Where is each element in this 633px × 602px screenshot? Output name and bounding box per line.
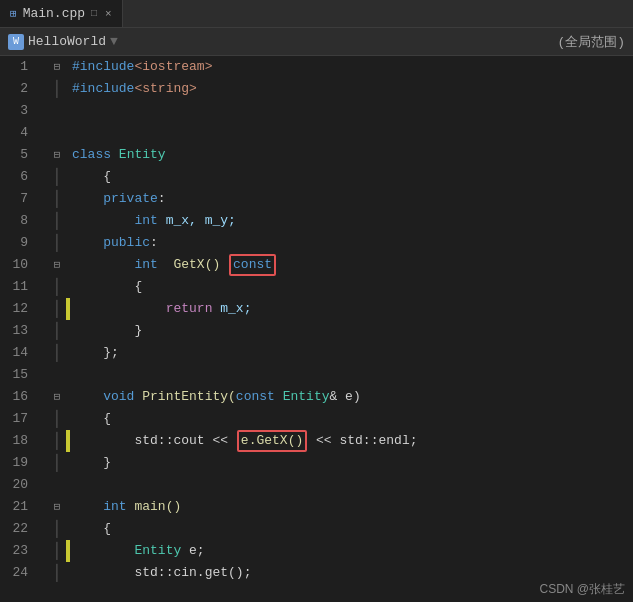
code-line-5: ⊟class Entity <box>48 144 633 166</box>
token: ::cin.get(); <box>158 562 252 584</box>
fold-indicator-16: ⊟ <box>48 386 66 408</box>
token: ::cout << <box>158 430 236 452</box>
code-line-20 <box>48 474 633 496</box>
token: std <box>134 562 157 584</box>
line-number-13: 13 <box>0 320 36 342</box>
highlighted-token: e.GetX() <box>237 430 307 452</box>
tab-pin[interactable]: □ <box>91 8 97 19</box>
line-number-6: 6 <box>0 166 36 188</box>
token <box>158 254 174 276</box>
fold-indicator-14: │ <box>48 342 66 364</box>
line-number-7: 7 <box>0 188 36 210</box>
line-number-1: 1 <box>0 56 36 78</box>
line-number-17: 17 <box>0 408 36 430</box>
breadcrumb-left: W HelloWorld ▼ <box>8 34 118 50</box>
code-line-23: │ Entity e; <box>48 540 633 562</box>
line-number-4: 4 <box>0 122 36 144</box>
line-number-11: 11 <box>0 276 36 298</box>
fold-indicator-8: │ <box>48 210 66 232</box>
code-content[interactable]: ⊟#include<iostream>│#include<string>⊟cla… <box>44 56 633 602</box>
token <box>72 298 166 320</box>
tab-bar: ⊞ Main.cpp □ × <box>0 0 633 28</box>
line-numbers: 123456789101112131415161718192021222324 <box>0 56 44 602</box>
gutter-line-23 <box>66 540 70 562</box>
tab-icon: ⊞ <box>10 7 17 20</box>
token: <string> <box>134 78 196 100</box>
token <box>72 562 134 584</box>
breadcrumb-sep: ▼ <box>110 34 118 49</box>
breadcrumb-scope: (全局范围) <box>557 33 625 51</box>
token: m_x; <box>212 298 251 320</box>
code-line-15 <box>48 364 633 386</box>
fold-indicator-1: ⊟ <box>48 56 66 78</box>
token <box>72 254 134 276</box>
line-number-10: 10 <box>0 254 36 276</box>
code-line-18: │ std::cout << e.GetX() << std::endl; <box>48 430 633 452</box>
code-line-4 <box>48 122 633 144</box>
project-name: HelloWorld <box>28 34 106 49</box>
fold-indicator-11: │ <box>48 276 66 298</box>
token: { <box>72 276 142 298</box>
token: : <box>158 188 166 210</box>
line-number-9: 9 <box>0 232 36 254</box>
code-line-12: │ return m_x; <box>48 298 633 320</box>
code-line-11: │ { <box>48 276 633 298</box>
code-line-19: │ } <box>48 452 633 474</box>
code-line-17: │ { <box>48 408 633 430</box>
fold-indicator-23: │ <box>48 540 66 562</box>
fold-indicator-21: ⊟ <box>48 496 66 518</box>
token: }; <box>72 342 119 364</box>
token: e; <box>181 540 204 562</box>
token: { <box>72 408 111 430</box>
code-line-2: │#include<string> <box>48 78 633 100</box>
code-line-21: ⊟ int main() <box>48 496 633 518</box>
fold-indicator-10: ⊟ <box>48 254 66 276</box>
token: std <box>134 430 157 452</box>
code-line-7: │ private: <box>48 188 633 210</box>
code-line-13: │ } <box>48 320 633 342</box>
fold-indicator-6: │ <box>48 166 66 188</box>
line-number-23: 23 <box>0 540 36 562</box>
token: void <box>103 386 134 408</box>
token: { <box>72 166 111 188</box>
token: int <box>134 254 157 276</box>
token: Entity <box>119 144 166 166</box>
fold-indicator-24: │ <box>48 562 66 584</box>
fold-indicator-13: │ <box>48 320 66 342</box>
token <box>72 540 134 562</box>
token: int <box>103 496 126 518</box>
gutter-line-12 <box>66 298 70 320</box>
fold-indicator-19: │ <box>48 452 66 474</box>
token: } <box>72 320 142 342</box>
line-number-15: 15 <box>0 364 36 386</box>
token: GetX() <box>173 254 220 276</box>
tab-close[interactable]: × <box>105 8 112 20</box>
line-number-3: 3 <box>0 100 36 122</box>
token: int <box>134 210 157 232</box>
token: & e) <box>330 386 361 408</box>
code-line-6: │ { <box>48 166 633 188</box>
tab-filename: Main.cpp <box>23 6 85 21</box>
line-number-18: 18 <box>0 430 36 452</box>
code-line-14: │ }; <box>48 342 633 364</box>
token: #include <box>72 56 134 78</box>
watermark: CSDN @张桂艺 <box>539 581 625 598</box>
token <box>111 144 119 166</box>
code-line-10: ⊟ int GetX() const <box>48 254 633 276</box>
token <box>220 254 228 276</box>
token <box>72 386 103 408</box>
token: const <box>236 386 275 408</box>
editor: 123456789101112131415161718192021222324 … <box>0 56 633 602</box>
line-number-8: 8 <box>0 210 36 232</box>
code-line-16: ⊟ void PrintEntity(const Entity& e) <box>48 386 633 408</box>
token: public <box>103 232 150 254</box>
token: Entity <box>134 540 181 562</box>
gutter-line-18 <box>66 430 70 452</box>
token <box>72 232 103 254</box>
tab-main-cpp[interactable]: ⊞ Main.cpp □ × <box>0 0 123 27</box>
token: { <box>72 518 111 540</box>
line-number-19: 19 <box>0 452 36 474</box>
line-number-14: 14 <box>0 342 36 364</box>
token: class <box>72 144 111 166</box>
code-line-9: │ public: <box>48 232 633 254</box>
